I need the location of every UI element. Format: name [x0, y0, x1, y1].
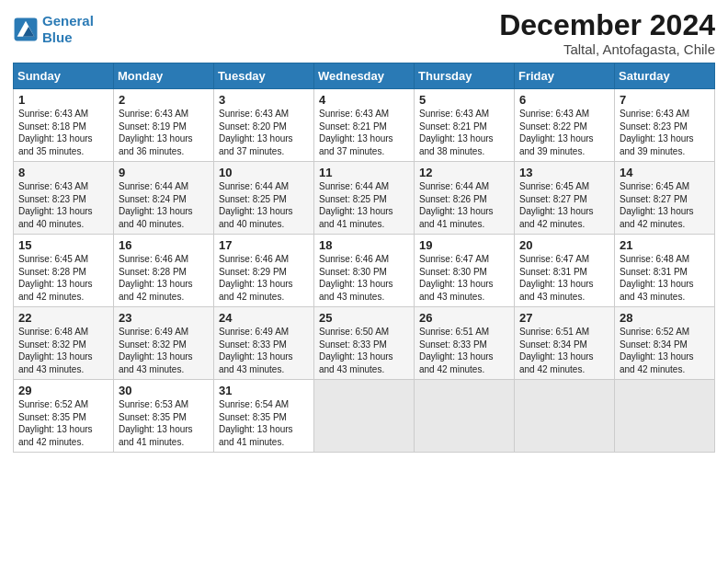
calendar-cell: 15Sunrise: 6:45 AMSunset: 8:28 PMDayligh… [14, 235, 114, 307]
day-number: 1 [18, 93, 108, 107]
day-number: 29 [18, 384, 108, 397]
day-info: Sunrise: 6:43 AMSunset: 8:21 PMDaylight:… [419, 108, 509, 157]
day-number: 28 [620, 311, 710, 325]
day-info: Sunrise: 6:46 AMSunset: 8:30 PMDaylight:… [319, 253, 409, 303]
month-title: December 2024 [499, 9, 715, 41]
day-info: Sunrise: 6:43 AMSunset: 8:18 PMDaylight:… [18, 108, 108, 157]
day-number: 19 [419, 238, 509, 252]
day-info: Sunrise: 6:52 AMSunset: 8:35 PMDaylight:… [18, 398, 108, 448]
calendar-cell: 3Sunrise: 6:43 AMSunset: 8:20 PMDaylight… [214, 89, 314, 162]
day-info: Sunrise: 6:49 AMSunset: 8:33 PMDaylight:… [219, 326, 309, 375]
day-info: Sunrise: 6:43 AMSunset: 8:23 PMDaylight:… [18, 180, 108, 230]
day-number: 7 [620, 93, 710, 107]
logo-text: General Blue [42, 13, 94, 46]
day-number: 12 [419, 166, 509, 179]
day-number: 5 [419, 93, 509, 107]
day-info: Sunrise: 6:44 AMSunset: 8:26 PMDaylight:… [419, 180, 509, 230]
calendar-cell: 24Sunrise: 6:49 AMSunset: 8:33 PMDayligh… [214, 307, 314, 380]
logo-area: General Blue [13, 9, 94, 46]
calendar-cell: 13Sunrise: 6:45 AMSunset: 8:27 PMDayligh… [515, 162, 615, 235]
calendar-cell: 28Sunrise: 6:52 AMSunset: 8:34 PMDayligh… [615, 307, 715, 380]
day-number: 26 [419, 311, 509, 325]
day-info: Sunrise: 6:47 AMSunset: 8:30 PMDaylight:… [419, 253, 509, 303]
calendar-table: SundayMondayTuesdayWednesdayThursdayFrid… [13, 63, 715, 453]
day-number: 9 [119, 166, 209, 179]
day-number: 25 [319, 311, 409, 325]
weekday-header-row: SundayMondayTuesdayWednesdayThursdayFrid… [14, 63, 715, 89]
weekday-header-friday: Friday [515, 63, 615, 89]
day-info: Sunrise: 6:43 AMSunset: 8:23 PMDaylight:… [620, 108, 710, 157]
calendar-cell: 7Sunrise: 6:43 AMSunset: 8:23 PMDaylight… [615, 89, 715, 162]
calendar-cell: 4Sunrise: 6:43 AMSunset: 8:21 PMDaylight… [314, 89, 415, 162]
day-number: 13 [519, 166, 609, 179]
day-info: Sunrise: 6:45 AMSunset: 8:27 PMDaylight:… [519, 180, 609, 230]
calendar-cell: 25Sunrise: 6:50 AMSunset: 8:33 PMDayligh… [314, 307, 415, 380]
day-number: 21 [620, 238, 710, 252]
day-number: 18 [319, 238, 409, 252]
calendar-cell: 18Sunrise: 6:46 AMSunset: 8:30 PMDayligh… [314, 235, 415, 307]
location: Taltal, Antofagasta, Chile [499, 41, 715, 57]
title-area: December 2024 Taltal, Antofagasta, Chile [499, 9, 715, 57]
calendar-week-row: 15Sunrise: 6:45 AMSunset: 8:28 PMDayligh… [14, 235, 715, 307]
weekday-header-tuesday: Tuesday [214, 63, 314, 89]
day-info: Sunrise: 6:50 AMSunset: 8:33 PMDaylight:… [319, 326, 409, 375]
day-number: 6 [519, 93, 609, 107]
calendar-cell: 21Sunrise: 6:48 AMSunset: 8:31 PMDayligh… [615, 235, 715, 307]
day-number: 8 [18, 166, 108, 179]
weekday-header-monday: Monday [114, 63, 214, 89]
day-number: 10 [219, 166, 309, 179]
day-number: 4 [319, 93, 409, 107]
day-number: 30 [119, 384, 209, 397]
day-number: 27 [519, 311, 609, 325]
day-info: Sunrise: 6:51 AMSunset: 8:33 PMDaylight:… [419, 326, 509, 375]
calendar-cell: 23Sunrise: 6:49 AMSunset: 8:32 PMDayligh… [114, 307, 214, 380]
calendar-cell: 8Sunrise: 6:43 AMSunset: 8:23 PMDaylight… [14, 162, 114, 235]
day-info: Sunrise: 6:43 AMSunset: 8:20 PMDaylight:… [219, 108, 309, 157]
day-number: 16 [119, 238, 209, 252]
calendar-container: General Blue December 2024 Taltal, Antof… [0, 0, 728, 462]
day-number: 20 [519, 238, 609, 252]
day-info: Sunrise: 6:53 AMSunset: 8:35 PMDaylight:… [119, 398, 209, 448]
day-number: 24 [219, 311, 309, 325]
day-info: Sunrise: 6:45 AMSunset: 8:28 PMDaylight:… [18, 253, 108, 303]
calendar-cell: 16Sunrise: 6:46 AMSunset: 8:28 PMDayligh… [114, 235, 214, 307]
calendar-cell: 2Sunrise: 6:43 AMSunset: 8:19 PMDaylight… [114, 89, 214, 162]
day-info: Sunrise: 6:47 AMSunset: 8:31 PMDaylight:… [519, 253, 609, 303]
day-info: Sunrise: 6:51 AMSunset: 8:34 PMDaylight:… [519, 326, 609, 375]
day-number: 2 [119, 93, 209, 107]
weekday-header-saturday: Saturday [615, 63, 715, 89]
calendar-cell: 20Sunrise: 6:47 AMSunset: 8:31 PMDayligh… [515, 235, 615, 307]
calendar-cell: 30Sunrise: 6:53 AMSunset: 8:35 PMDayligh… [114, 380, 214, 453]
calendar-week-row: 22Sunrise: 6:48 AMSunset: 8:32 PMDayligh… [14, 307, 715, 380]
weekday-header-sunday: Sunday [14, 63, 114, 89]
calendar-cell: 12Sunrise: 6:44 AMSunset: 8:26 PMDayligh… [415, 162, 515, 235]
calendar-cell: 22Sunrise: 6:48 AMSunset: 8:32 PMDayligh… [14, 307, 114, 380]
day-info: Sunrise: 6:44 AMSunset: 8:25 PMDaylight:… [219, 180, 309, 230]
day-info: Sunrise: 6:54 AMSunset: 8:35 PMDaylight:… [219, 398, 309, 448]
calendar-cell [615, 380, 715, 453]
calendar-cell: 11Sunrise: 6:44 AMSunset: 8:25 PMDayligh… [314, 162, 415, 235]
calendar-cell: 9Sunrise: 6:44 AMSunset: 8:24 PMDaylight… [114, 162, 214, 235]
calendar-cell [314, 380, 415, 453]
day-number: 31 [219, 384, 309, 397]
calendar-cell: 19Sunrise: 6:47 AMSunset: 8:30 PMDayligh… [415, 235, 515, 307]
day-info: Sunrise: 6:45 AMSunset: 8:27 PMDaylight:… [620, 180, 710, 230]
day-info: Sunrise: 6:48 AMSunset: 8:32 PMDaylight:… [18, 326, 108, 375]
day-info: Sunrise: 6:43 AMSunset: 8:22 PMDaylight:… [519, 108, 609, 157]
day-number: 11 [319, 166, 409, 179]
day-number: 3 [219, 93, 309, 107]
day-info: Sunrise: 6:48 AMSunset: 8:31 PMDaylight:… [620, 253, 710, 303]
calendar-cell [515, 380, 615, 453]
calendar-cell: 6Sunrise: 6:43 AMSunset: 8:22 PMDaylight… [515, 89, 615, 162]
day-number: 17 [219, 238, 309, 252]
header-area: General Blue December 2024 Taltal, Antof… [13, 9, 715, 57]
calendar-cell: 10Sunrise: 6:44 AMSunset: 8:25 PMDayligh… [214, 162, 314, 235]
calendar-week-row: 8Sunrise: 6:43 AMSunset: 8:23 PMDaylight… [14, 162, 715, 235]
day-info: Sunrise: 6:52 AMSunset: 8:34 PMDaylight:… [620, 326, 710, 375]
generalblue-logo-icon [13, 17, 39, 42]
day-number: 14 [620, 166, 710, 179]
weekday-header-thursday: Thursday [415, 63, 515, 89]
day-info: Sunrise: 6:43 AMSunset: 8:21 PMDaylight:… [319, 108, 409, 157]
calendar-cell: 14Sunrise: 6:45 AMSunset: 8:27 PMDayligh… [615, 162, 715, 235]
day-info: Sunrise: 6:46 AMSunset: 8:28 PMDaylight:… [119, 253, 209, 303]
